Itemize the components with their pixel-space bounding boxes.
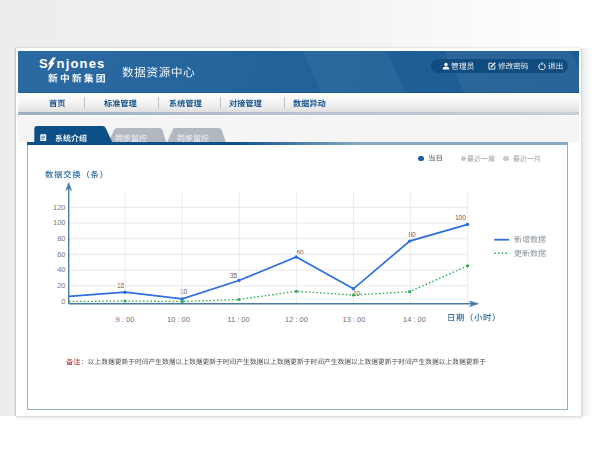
svg-text:S: S xyxy=(39,56,48,71)
svg-text:njones: njones xyxy=(57,56,106,71)
